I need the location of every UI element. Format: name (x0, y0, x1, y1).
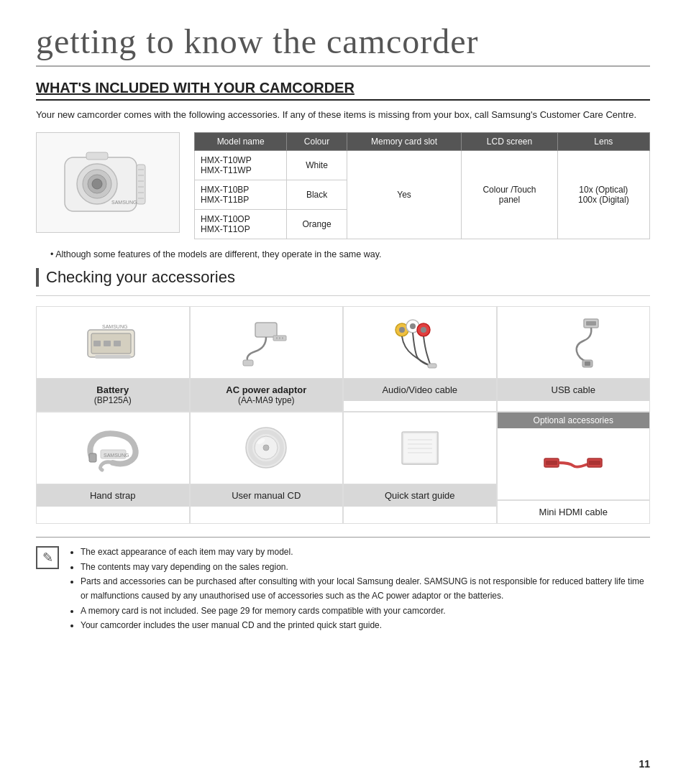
col-memory: Memory card slot (347, 132, 462, 150)
note-item: The contents may vary depending on the s… (81, 560, 650, 574)
av-cable-label: Audio/Video cable (344, 379, 496, 401)
ac-power-image (191, 307, 343, 379)
bottom-notes: ✎ The exact appearance of each item may … (36, 537, 650, 632)
note-item: Your camcorder includes the user manual … (81, 618, 650, 632)
accessories-grid: SAMSUNG Battery (BP125A) (36, 306, 650, 524)
svg-rect-55 (589, 461, 600, 465)
svg-point-28 (399, 327, 405, 333)
optional-header: Optional accessories (498, 412, 650, 428)
battery-label: Battery (BP125A) (37, 379, 189, 411)
svg-rect-17 (104, 341, 111, 346)
accessory-usb-cable: USB cable (497, 306, 651, 412)
battery-image: SAMSUNG (37, 307, 189, 379)
col-colour: Colour (287, 132, 347, 150)
accessory-av-cable: Audio/Video cable (343, 306, 497, 412)
usb-cable-label: USB cable (498, 379, 650, 401)
accessory-battery: SAMSUNG Battery (BP125A) (36, 306, 190, 412)
ac-power-label: AC power adaptor (AA-MA9 type) (191, 379, 343, 411)
av-cable-image (344, 307, 496, 379)
svg-rect-33 (428, 364, 436, 368)
page-number: 11 (639, 758, 650, 770)
note-item: The exact appearance of each item may va… (81, 545, 650, 559)
note-item: Parts and accessories can be purchased a… (81, 574, 650, 604)
col-lens: Lens (557, 132, 649, 150)
svg-rect-21 (255, 323, 277, 337)
note-list: The exact appearance of each item may va… (68, 545, 650, 632)
table-row: HMX-T10WPHMX-T11WP White Yes Colour /Tou… (195, 150, 650, 180)
svg-point-30 (410, 323, 416, 329)
section-header: WHAT'S INCLUDED WITH YOUR CAMCORDER (36, 80, 650, 101)
table-note: • Although some features of the models a… (50, 248, 650, 262)
model-table: Model name Colour Memory card slot LCD s… (194, 132, 650, 239)
svg-rect-13 (86, 152, 108, 160)
hdmi-cable-image (498, 428, 650, 500)
quick-guide-label: Quick start guide (344, 484, 496, 507)
table-area: SAMSUNG Model name Colour Memory card sl… (36, 132, 650, 239)
accessory-hand-strap: SAMSUNG Hand strap (36, 412, 190, 524)
accessories-section-header: Checking your accessories (36, 268, 650, 287)
svg-rect-18 (114, 341, 121, 346)
svg-text:SAMSUNG: SAMSUNG (104, 453, 129, 458)
page-title: getting to know the camcorder (36, 22, 650, 67)
note-item: A memory card is not included. See page … (81, 604, 650, 618)
user-cd-image (191, 412, 343, 484)
accessory-ac-power: AC power adaptor (AA-MA9 type) (190, 306, 344, 412)
svg-rect-16 (93, 341, 101, 346)
svg-point-32 (421, 327, 426, 333)
svg-rect-35 (586, 321, 596, 326)
hand-strap-label: Hand strap (37, 484, 189, 507)
hdmi-cable-label: Mini HDMI cable (498, 500, 650, 523)
accessories-divider (36, 295, 650, 296)
accessory-hdmi-cable: Optional accessories Mini HDMI cable (497, 412, 651, 524)
accessory-user-cd: User manual CD (190, 412, 344, 524)
user-cd-label: User manual CD (191, 484, 343, 507)
svg-rect-53 (546, 461, 557, 465)
svg-rect-37 (585, 361, 590, 366)
camcorder-image: SAMSUNG (36, 132, 180, 233)
svg-point-44 (263, 445, 269, 451)
usb-cable-image (498, 307, 650, 379)
note-icon: ✎ (36, 546, 59, 569)
svg-rect-19 (95, 355, 131, 359)
svg-text:SAMSUNG: SAMSUNG (102, 324, 127, 329)
accessory-quick-guide: Quick start guide (343, 412, 497, 524)
svg-text:SAMSUNG: SAMSUNG (111, 200, 137, 205)
col-lcd: LCD screen (462, 132, 557, 150)
svg-rect-40 (89, 453, 96, 462)
col-model: Model name (195, 132, 287, 150)
intro-text: Your new camcorder comes with the follow… (36, 108, 650, 122)
svg-rect-22 (243, 360, 253, 366)
hand-strap-image: SAMSUNG (37, 412, 189, 484)
quick-guide-image (344, 412, 496, 484)
svg-point-4 (92, 179, 102, 189)
